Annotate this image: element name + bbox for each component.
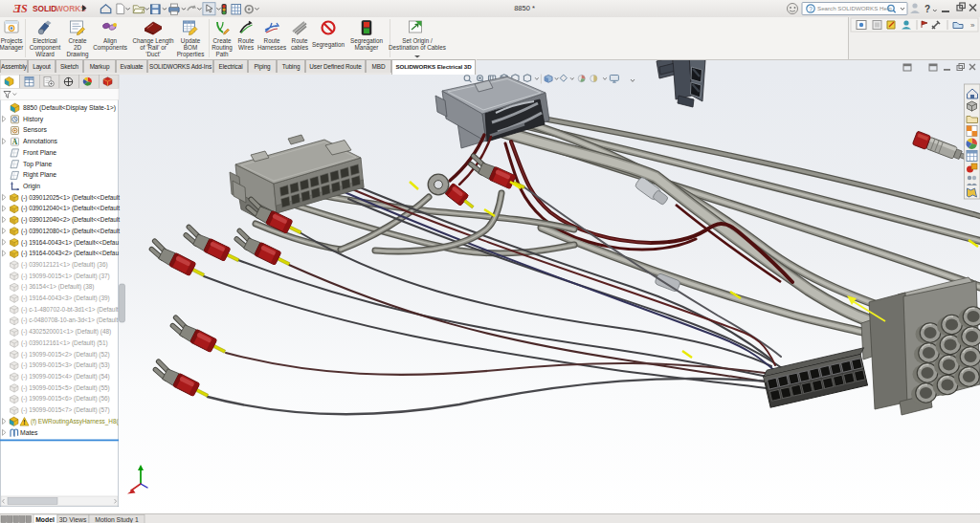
svg-text:Manager: Manager (355, 44, 379, 52)
svg-text:Route: Route (292, 37, 308, 44)
svg-text:(f) EWRoutingAssyHarness_H8(: (f) EWRoutingAssyHarness_H8( (31, 418, 119, 425)
svg-text:(-) 039012040<1> (Default<<Def: (-) 039012040<1> (Default<<Default (21, 205, 120, 212)
svg-text:Manager: Manager (0, 44, 23, 52)
svg-text:Harnesses: Harnesses (257, 44, 286, 51)
svg-text:BOM: BOM (184, 44, 197, 51)
svg-text:Properties: Properties (177, 51, 205, 58)
svg-text:A: A (12, 138, 18, 146)
svg-text:(-) 19164-0043<3> (Default) (3: (-) 19164-0043<3> (Default) (39) (21, 294, 110, 302)
svg-text:Front Plane: Front Plane (23, 149, 56, 156)
svg-text:(-) 4302520001<1> (Default) (4: (-) 4302520001<1> (Default) (48) (21, 328, 111, 336)
svg-text:cables: cables (291, 44, 308, 51)
svg-text:(-) 19099-0015<7> (Default) (5: (-) 19099-0015<7> (Default) (57) (21, 406, 110, 414)
svg-text:(-) 19099-0015<6> (Default) (5: (-) 19099-0015<6> (Default) (56) (21, 395, 110, 403)
svg-text:Annotations: Annotations (23, 138, 58, 144)
svg-text:(-) 19099-0015<3> (Default) (5: (-) 19099-0015<3> (Default) (53) (21, 361, 110, 369)
svg-text:(-) 039012161<1> (Default) (51: (-) 039012161<1> (Default) (51) (21, 339, 108, 347)
svg-text:(-) 19099-0015<2> (Default) (5: (-) 19099-0015<2> (Default) (52) (21, 351, 110, 359)
svg-text:Route: Route (238, 37, 255, 44)
svg-text:Wires: Wires (238, 44, 254, 51)
svg-text:(-) 039012040<2> (Default<<Def: (-) 039012040<2> (Default<<Default (21, 216, 120, 224)
svg-text:Create: Create (213, 37, 232, 44)
svg-text:(-) 039012121<1> (Default) (36: (-) 039012121<1> (Default) (36) (21, 261, 108, 269)
svg-text:Segregation: Segregation (312, 41, 345, 49)
svg-text:2D: 2D (74, 44, 82, 51)
svg-text:Origin: Origin (23, 183, 40, 190)
svg-text:(-) 19164-0043<1> (Default<<De: (-) 19164-0043<1> (Default<<Defau (21, 239, 119, 247)
svg-text:(-) 039012025<1> (Default<<Def: (-) 039012025<1> (Default<<Default (21, 194, 120, 202)
svg-text:Mates: Mates (20, 429, 38, 436)
svg-text:Destination of Cables: Destination of Cables (389, 44, 446, 51)
svg-text:Electrical: Electrical (33, 37, 57, 44)
svg-text:(-) 19164-0043<2> (Default<<De: (-) 19164-0043<2> (Default<<Defau (21, 250, 119, 257)
svg-text:(-) 19099-0015<4> (Default) (5: (-) 19099-0015<4> (Default) (54) (21, 373, 110, 381)
svg-text:Drawing: Drawing (66, 51, 89, 58)
svg-text:of 'Rail' or: of 'Rail' or (140, 44, 167, 51)
svg-text:Right Plane: Right Plane (23, 171, 56, 179)
svg-text:(-) 36154<1> (Default) (38): (-) 36154<1> (Default) (38) (21, 283, 94, 291)
svg-text:8850 (Default<Display State-1: 8850 (Default<Display State-1>) (23, 104, 116, 112)
svg-text:(-) 19099-0015<1> (Default) (3: (-) 19099-0015<1> (Default) (37) (21, 272, 110, 280)
svg-text:Create: Create (69, 37, 87, 44)
svg-text:!: ! (23, 419, 25, 425)
svg-text:(-) 039012080<1> (Default<<Def: (-) 039012080<1> (Default<<Default (21, 228, 120, 235)
svg-text:(-) c-0480708-10-an-3d<1> (Def: (-) c-0480708-10-an-3d<1> (Default (21, 316, 118, 324)
svg-text:»: » (970, 21, 975, 30)
svg-text:Path: Path (216, 51, 229, 57)
svg-text:Route: Route (264, 37, 280, 44)
svg-text:'Duct': 'Duct' (145, 51, 160, 57)
svg-text:Sensors: Sensors (23, 126, 48, 133)
svg-text:Wizard: Wizard (35, 51, 55, 57)
svg-text:(-) c-1-480702-0-bt-3d1<1> (De: (-) c-1-480702-0-bt-3d1<1> (Default (21, 306, 119, 314)
svg-text:Components: Components (93, 44, 127, 52)
svg-text:History: History (23, 116, 44, 123)
svg-text:Top Plane: Top Plane (23, 161, 52, 168)
svg-text:(-) 19099-0015<5> (Default) (5: (-) 19099-0015<5> (Default) (55) (21, 384, 110, 392)
